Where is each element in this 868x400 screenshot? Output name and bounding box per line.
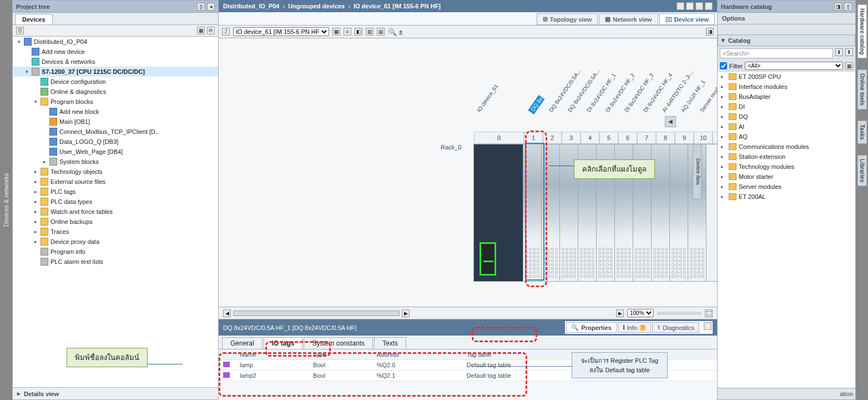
zoom-slider[interactable]: [657, 312, 702, 315]
tree-item[interactable]: ▾Distributed_IO_P04: [13, 37, 218, 47]
tree-item[interactable]: Add new device: [13, 47, 218, 57]
tree-item[interactable]: ▸Traces: [13, 227, 218, 237]
slot-header-11[interactable]: 11: [713, 132, 717, 144]
col-name[interactable]: Name: [235, 349, 309, 360]
zoom-select[interactable]: 100%: [627, 309, 654, 317]
hw-pin-icon[interactable]: ▯: [844, 3, 852, 11]
tree-item[interactable]: Program info: [13, 247, 218, 257]
scroll-right2-icon[interactable]: ▶: [616, 309, 624, 317]
slot-0[interactable]: [473, 144, 523, 282]
device-view-tab[interactable]: ▯▯Device view: [659, 13, 715, 25]
sysconst-subtab[interactable]: System constants: [304, 337, 373, 349]
slot-11[interactable]: [706, 144, 717, 282]
search-up-icon[interactable]: ⬆: [845, 48, 853, 56]
device-data-sidepanel[interactable]: Device data: [693, 144, 702, 199]
tree-item[interactable]: Connect_Modbus_TCP_IPClient [D..: [13, 127, 218, 137]
network-view-tab[interactable]: ▦Network view: [599, 13, 658, 25]
catalog-item[interactable]: ▸DI: [718, 102, 855, 112]
catalog-item[interactable]: ▸DQ: [718, 112, 855, 122]
tree-item[interactable]: Devices & networks: [13, 57, 218, 67]
filter-checkbox[interactable]: [720, 62, 727, 69]
tree-item[interactable]: ▸System blocks: [13, 157, 218, 167]
catalog-search-input[interactable]: [720, 48, 833, 58]
hw-collapse-icon[interactable]: ◨: [834, 3, 842, 11]
dev-tool-4[interactable]: ◧: [355, 28, 362, 36]
tree-item[interactable]: User_Web_Page [DB4]: [13, 147, 218, 157]
col-address[interactable]: Address: [372, 349, 462, 360]
catalog-item[interactable]: ▸Station extension: [718, 152, 855, 162]
dev-tool-right[interactable]: ◨: [706, 28, 714, 36]
tree-item[interactable]: ▸Technology objects: [13, 167, 218, 177]
slot-header-2[interactable]: 2: [543, 132, 562, 144]
tree-item[interactable]: Main [OB1]: [13, 117, 218, 127]
rail-hw-catalog[interactable]: Hardware catalog: [857, 4, 867, 58]
tree-item[interactable]: ▸Online backups: [13, 217, 218, 227]
tree-item[interactable]: ▸PLC tags: [13, 187, 218, 197]
slot-nav-left[interactable]: ◀: [665, 116, 676, 127]
dev-tool-2[interactable]: ▦: [332, 28, 340, 36]
tree-tool-3[interactable]: ⟳: [207, 27, 215, 34]
minimize-icon[interactable]: _: [677, 2, 684, 10]
catalog-item[interactable]: ▸Interface modules: [718, 82, 855, 92]
tree-item[interactable]: Data_LOGO_Q [DB3]: [13, 137, 218, 147]
slot-header-9[interactable]: 9: [675, 132, 694, 144]
dev-tool-6[interactable]: ▤: [377, 28, 385, 36]
slot-header-8[interactable]: 8: [656, 132, 675, 144]
rail-libraries[interactable]: Libraries: [857, 155, 867, 186]
tree-item[interactable]: Online & diagnostics: [13, 87, 218, 97]
tree-item[interactable]: ▸PLC data types: [13, 197, 218, 207]
scroll-left-icon[interactable]: ◀: [223, 309, 231, 317]
tree-tool-1[interactable]: ☰: [16, 27, 24, 34]
catalog-item[interactable]: ▸BusAdapter: [718, 92, 855, 102]
catalog-tree[interactable]: ▸ET 200SP CPU▸Interface modules▸BusAdapt…: [718, 72, 855, 388]
tree-item[interactable]: ▸Device proxy data: [13, 237, 218, 247]
tree-item[interactable]: ▾Program blocks: [13, 97, 218, 107]
close-icon[interactable]: ✕: [705, 2, 713, 10]
collapse-icon[interactable]: ▯: [197, 3, 205, 11]
topology-view-tab[interactable]: ⊞Topology view: [537, 13, 598, 25]
filter-btn[interactable]: ▦: [845, 62, 853, 70]
tree-item[interactable]: PLC alarm text lists: [13, 257, 218, 267]
options-header[interactable]: Options: [718, 13, 855, 24]
catalog-item[interactable]: ▸Communications modules: [718, 142, 855, 152]
catalog-item[interactable]: ▸AQ: [718, 132, 855, 142]
tree-item[interactable]: Device configuration: [13, 77, 218, 87]
filter-select[interactable]: <All>: [745, 62, 843, 70]
catalog-item[interactable]: ▸AI: [718, 122, 855, 132]
col-type[interactable]: Type: [309, 349, 372, 360]
texts-subtab[interactable]: Texts: [374, 337, 406, 349]
scroll-right-icon[interactable]: ▶: [402, 309, 410, 317]
details-view-header[interactable]: ▸Details view: [13, 387, 218, 399]
slot-header-7[interactable]: 7: [637, 132, 656, 144]
slot-header-1[interactable]: 1: [524, 132, 543, 144]
dev-tool-1[interactable]: ⤴: [222, 28, 230, 36]
catalog-section-header[interactable]: ▾Catalog: [718, 34, 855, 46]
slot-header-0[interactable]: 0: [474, 132, 524, 144]
diagnostics-tab[interactable]: ⚕Diagnostics: [652, 322, 699, 333]
catalog-item[interactable]: ▸Server modules: [718, 182, 855, 192]
tree-tool-2[interactable]: ▦: [197, 27, 205, 34]
dev-tool-3[interactable]: ≡: [344, 28, 351, 36]
zoom-icon[interactable]: 🔍 ±: [388, 28, 403, 36]
tree-item[interactable]: Add new block: [13, 107, 218, 117]
search-down-icon[interactable]: ⬇: [835, 48, 843, 56]
tree-item[interactable]: ▸Watch and force tables: [13, 207, 218, 217]
dev-tool-5[interactable]: ▥: [366, 28, 374, 36]
project-tree[interactable]: ▾Distributed_IO_P04 Add new device Devic…: [13, 37, 218, 387]
tree-item[interactable]: ▸External source files: [13, 177, 218, 187]
rail-tasks[interactable]: Tasks: [857, 121, 867, 144]
catalog-item[interactable]: ▸Motor starter: [718, 172, 855, 182]
slot-header-4[interactable]: 4: [581, 132, 599, 144]
restore-icon[interactable]: ◱: [686, 2, 694, 10]
general-subtab[interactable]: General: [222, 337, 263, 349]
tree-item[interactable]: ▾S7-1200_37 [CPU 1215C DC/DC/DC]: [13, 67, 218, 77]
catalog-item[interactable]: ▸ET 200AL: [718, 192, 855, 202]
h-scrollbar[interactable]: [233, 311, 400, 316]
slot-9[interactable]: [669, 144, 688, 282]
catalog-item[interactable]: ▸Technology modules: [718, 162, 855, 172]
iotags-subtab[interactable]: IO tags: [264, 337, 303, 349]
slot-header-3[interactable]: 3: [562, 132, 581, 144]
inspector-collapse-icon[interactable]: ▾: [704, 322, 711, 330]
slot-header-5[interactable]: 5: [599, 132, 618, 144]
slot-header-10[interactable]: 10: [694, 132, 713, 144]
